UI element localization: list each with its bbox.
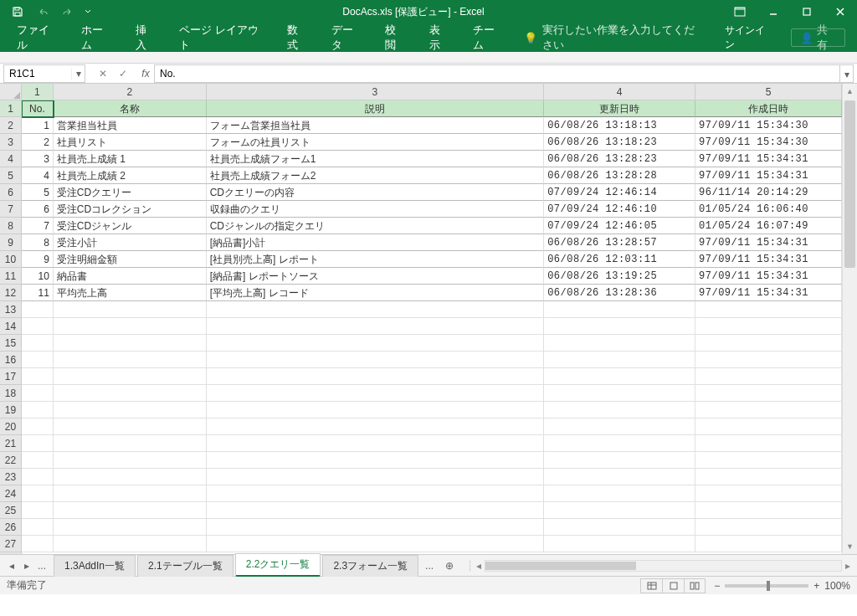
tab-team[interactable]: チーム	[461, 23, 516, 52]
cell[interactable]	[22, 502, 54, 519]
horizontal-scrollbar[interactable]	[485, 560, 842, 572]
cell[interactable]	[544, 469, 695, 485]
cell[interactable]: CDジャンルの指定クエリ	[207, 218, 544, 234]
cell[interactable]: 06/08/26 13:28:57	[544, 234, 695, 251]
cell[interactable]	[54, 536, 207, 552]
column-title[interactable]: 作成日時	[695, 100, 842, 117]
cell[interactable]	[544, 502, 695, 519]
ribbon-display-options-button[interactable]	[726, 3, 753, 21]
row-header[interactable]: 5	[0, 167, 21, 184]
sheet-tab[interactable]: 2.2クエリ一覧	[235, 553, 321, 577]
row-header[interactable]: 12	[0, 285, 21, 301]
cell[interactable]	[695, 318, 842, 335]
cell[interactable]	[22, 536, 54, 552]
row-header[interactable]: 2	[0, 117, 21, 134]
cell[interactable]	[207, 502, 544, 519]
cell[interactable]	[544, 452, 695, 469]
tab-view[interactable]: 表示	[418, 23, 461, 52]
row-header[interactable]: 26	[0, 519, 21, 536]
cell[interactable]	[544, 418, 695, 435]
row-header[interactable]: 1	[0, 100, 21, 117]
sheet-more-right[interactable]: ...	[420, 560, 439, 572]
cell[interactable]	[22, 301, 54, 318]
cell[interactable]: 97/09/11 15:34:30	[695, 117, 842, 134]
column-title[interactable]: 名称	[54, 100, 207, 117]
cell[interactable]: 平均売上高	[54, 285, 207, 301]
sheet-more-left[interactable]: ...	[35, 560, 49, 572]
cell[interactable]	[695, 402, 842, 418]
cell[interactable]	[22, 402, 54, 418]
cell[interactable]: 07/09/24 12:46:14	[544, 184, 695, 201]
splitter-handle[interactable]: ┆	[467, 560, 473, 572]
cell[interactable]: 97/09/11 15:34:31	[695, 285, 842, 301]
cell[interactable]	[54, 485, 207, 502]
cell[interactable]: 06/08/26 13:19:25	[544, 268, 695, 285]
cell[interactable]	[54, 519, 207, 536]
cell[interactable]	[695, 352, 842, 368]
select-all-corner[interactable]	[0, 84, 22, 100]
cell[interactable]: フォームの社員リスト	[207, 134, 544, 151]
cell[interactable]	[22, 368, 54, 385]
column-header[interactable]: 1	[22, 84, 54, 100]
cell[interactable]	[544, 368, 695, 385]
column-title[interactable]: 説明	[207, 100, 544, 117]
row-header[interactable]: 16	[0, 352, 21, 368]
cell[interactable]	[54, 385, 207, 402]
tab-review[interactable]: 校閲	[373, 23, 417, 52]
cell[interactable]	[54, 469, 207, 485]
cell[interactable]	[54, 318, 207, 335]
cell[interactable]: 97/09/11 15:34:31	[695, 167, 842, 184]
cell[interactable]: 06/08/26 13:18:23	[544, 134, 695, 151]
cell[interactable]: 97/09/11 15:34:31	[695, 251, 842, 268]
row-header[interactable]: 23	[0, 469, 21, 485]
cell[interactable]	[695, 469, 842, 485]
cell[interactable]	[22, 335, 54, 352]
normal-view-button[interactable]	[640, 578, 662, 593]
cell[interactable]	[544, 352, 695, 368]
page-break-view-button[interactable]	[684, 578, 706, 593]
cell[interactable]: 07/09/24 12:46:05	[544, 218, 695, 234]
name-box-input[interactable]	[4, 68, 71, 80]
cell[interactable]: 6	[22, 201, 54, 218]
vertical-scrollbar[interactable]: ▲ ▼	[842, 84, 857, 554]
column-header[interactable]: 4	[544, 84, 695, 100]
add-sheet-button[interactable]: ⊕	[439, 557, 460, 575]
sheet-nav-first-icon[interactable]: ◂	[5, 560, 18, 572]
cell[interactable]	[22, 318, 54, 335]
row-header[interactable]: 25	[0, 502, 21, 519]
cell[interactable]: 06/08/26 13:28:28	[544, 167, 695, 184]
tell-me-search[interactable]: 💡 実行したい作業を入力してください	[516, 23, 713, 53]
cell[interactable]	[22, 485, 54, 502]
cell[interactable]: 社員売上成績フォーム1	[207, 151, 544, 167]
tab-file[interactable]: ファイル	[5, 23, 69, 52]
cell[interactable]	[54, 452, 207, 469]
cell[interactable]: 06/08/26 13:28:36	[544, 285, 695, 301]
row-header[interactable]: 4	[0, 151, 21, 167]
cell[interactable]: 社員売上成績 1	[54, 151, 207, 167]
cell[interactable]: 社員売上成績フォーム2	[207, 167, 544, 184]
cell[interactable]	[54, 352, 207, 368]
cell[interactable]	[695, 485, 842, 502]
redo-button[interactable]	[57, 3, 79, 21]
cell[interactable]	[544, 335, 695, 352]
cell[interactable]	[54, 435, 207, 452]
cell[interactable]	[54, 335, 207, 352]
cell[interactable]: [社員別売上高] レポート	[207, 251, 544, 268]
cell[interactable]	[544, 402, 695, 418]
zoom-slider[interactable]	[725, 584, 808, 588]
row-header[interactable]: 14	[0, 318, 21, 335]
column-title[interactable]: 更新日時	[544, 100, 695, 117]
cell[interactable]: 3	[22, 151, 54, 167]
cell[interactable]: 受注CDジャンル	[54, 218, 207, 234]
row-header[interactable]: 8	[0, 218, 21, 234]
row-header[interactable]: 22	[0, 452, 21, 469]
cell[interactable]	[54, 368, 207, 385]
cell[interactable]: 収録曲のクエリ	[207, 201, 544, 218]
cell[interactable]	[207, 519, 544, 536]
cell[interactable]	[695, 385, 842, 402]
cell[interactable]: 営業担当社員	[54, 117, 207, 134]
hscroll-right-icon[interactable]: ▸	[845, 560, 850, 572]
cell[interactable]: 受注CDコレクション	[54, 201, 207, 218]
cell[interactable]: CDクエリーの内容	[207, 184, 544, 201]
cell[interactable]	[544, 536, 695, 552]
